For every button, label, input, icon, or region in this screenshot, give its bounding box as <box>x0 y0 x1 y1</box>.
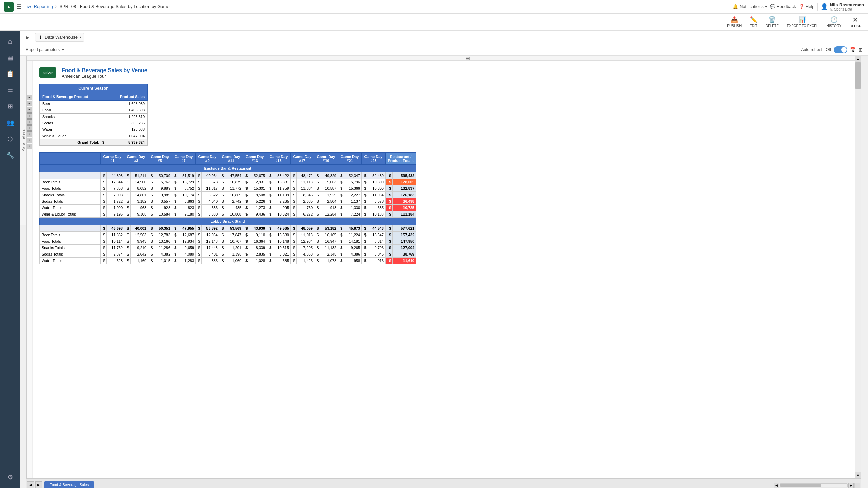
summary-table: Current Season Food & Beverage Product P… <box>39 84 148 146</box>
sidebar-item-modules[interactable]: ⬡ <box>3 131 18 146</box>
grid-view-icon: ⊞ <box>859 47 863 53</box>
sidebar-item-filter[interactable]: ⊞ <box>3 99 18 114</box>
breadcrumb-home[interactable]: Live Reporting <box>24 4 53 9</box>
expand-btn-6[interactable]: + <box>27 125 32 131</box>
params-expand-icon: ▼ <box>61 47 65 52</box>
venue1-total: $44,803 $51,211 $50,709 $51,519 $40,964 … <box>40 172 416 179</box>
notifications-btn[interactable]: 🔔 Notifications ▾ <box>733 4 767 9</box>
help-btn[interactable]: ❓ Help <box>799 4 815 9</box>
datasource-icon: 🗄 <box>38 35 43 40</box>
parameters-vertical-label: Parameters <box>21 129 25 152</box>
table-row: Snacks Totals $11,769 $9,210 $11,286 $9,… <box>40 245 416 251</box>
expand-btn-8[interactable]: + <box>27 138 32 143</box>
table-row: Water Totals $628 $1,160 $1,015 $1,283 $… <box>40 258 416 264</box>
history-icon: 🕐 <box>830 16 838 23</box>
sidebar-item-reports[interactable]: ▦ <box>3 50 18 65</box>
edit-button[interactable]: ✏️ EDIT <box>750 16 757 28</box>
autorefresh-control: Auto-refresh: Off 📅 ⊞ <box>801 46 863 53</box>
user-icon: 👤 <box>821 3 828 11</box>
user-name: Nils Rasmussen <box>830 2 864 7</box>
sidebar-item-users[interactable]: 👥 <box>3 115 18 130</box>
export-icon: 📊 <box>799 16 806 23</box>
user-role: N. Sports Data <box>830 7 864 11</box>
breadcrumb: Live Reporting > SPRT08 - Food & Beverag… <box>24 4 170 9</box>
expand-btn-9[interactable]: + <box>27 144 32 149</box>
summary-row: Food 1,403,398 <box>40 107 148 114</box>
params-expand-btn[interactable]: Report parameters ▼ <box>26 47 65 52</box>
breadcrumb-sep: > <box>55 4 58 9</box>
lobby-total: $46,698 $40,001 $50,351 $47,955 $53,892 … <box>40 225 416 232</box>
delete-icon: 🗑️ <box>768 16 776 23</box>
expand-btn-3[interactable]: + <box>27 107 32 113</box>
sidebar-item-settings[interactable]: ⚙ <box>3 470 18 485</box>
scroll-down-btn[interactable]: ▼ <box>855 472 861 478</box>
summary-row: Sodas 369,236 <box>40 120 148 126</box>
breadcrumb-page: SPRT08 - Food & Beverage Sales by Locati… <box>59 4 169 9</box>
publish-icon: 📤 <box>731 16 738 23</box>
sidebar-item-list[interactable]: 📋 <box>3 66 18 81</box>
scroll-thumb[interactable] <box>855 62 861 89</box>
table-row: Beer Totals $17,844 $14,906 $15,763 $18,… <box>40 179 416 185</box>
table-row: Food Totals $7,858 $8,052 $9,889 $8,752 … <box>40 185 416 192</box>
main-data-table: Game Day#1 Game Day#3 Game Day#5 Game Da… <box>39 152 416 264</box>
expand-btn-5[interactable]: + <box>27 119 32 125</box>
table-row: Sodas Totals $2,874 $2,642 $4,382 $4,089… <box>40 251 416 258</box>
feedback-icon: 💬 <box>770 4 775 9</box>
tab-scroll-right[interactable]: ▶ <box>35 481 42 488</box>
tab-scroll-left[interactable]: ◀ <box>27 481 34 488</box>
bell-icon: 🔔 <box>733 4 738 9</box>
summary-row: Beer 1,698,089 <box>40 101 148 107</box>
table-row: Beer Totals $11,862 $12,563 $12,783 $12,… <box>40 232 416 238</box>
params-label: Report parameters <box>26 47 60 52</box>
history-button[interactable]: 🕐 HISTORY <box>826 16 841 28</box>
hscroll-left[interactable]: ◀ <box>774 483 779 488</box>
help-icon: ❓ <box>799 4 804 9</box>
feedback-btn[interactable]: 💬 Feedback <box>770 4 796 9</box>
table-row: Water Totals $1,090 $963 $928 $823 $533 … <box>40 205 416 211</box>
expand-btn-2[interactable]: + <box>27 101 32 106</box>
calendar-icon: 📅 <box>850 47 856 53</box>
sidebar-item-home[interactable]: ⌂ <box>3 34 18 49</box>
sidebar-item-tools[interactable]: 🔧 <box>3 148 18 163</box>
report-subtitle: American League Tour <box>62 74 147 79</box>
close-icon: ✕ <box>852 16 858 24</box>
solver-logo: solver <box>39 67 56 78</box>
sidebar-toggle[interactable]: ▶ <box>26 35 29 40</box>
close-button[interactable]: ✕ CLOSE <box>850 16 861 28</box>
venue-header-1: Eastside Bar & Restaurant <box>40 165 416 172</box>
autorefresh-toggle[interactable] <box>834 46 847 53</box>
delete-button[interactable]: 🗑️ DELETE <box>766 16 779 28</box>
datasource-selector[interactable]: 🗄 Data Warehouse ▾ <box>35 33 84 42</box>
hamburger-icon[interactable]: ☰ <box>16 3 22 11</box>
summary-row: Snacks 1,295,510 <box>40 114 148 120</box>
report-area: solver Food & Beverage Sales by Venue Am… <box>33 61 439 478</box>
tab-food-bev-sales[interactable]: Food & Beverage Sales <box>44 481 94 488</box>
table-row: Food Totals $10,114 $9,943 $13,166 $12,9… <box>40 238 416 245</box>
export-button[interactable]: 📊 EXPORT TO EXCEL <box>787 16 818 28</box>
table-row: Wine & Liquor Totals $9,196 $9,308 $10,5… <box>40 211 416 218</box>
app-logo: ▲ <box>4 2 14 12</box>
table-row: Sodas Totals $1,722 $3,182 $3,557 $3,863… <box>40 198 416 205</box>
datasource-expand-icon: ▾ <box>80 35 81 39</box>
scroll-track <box>855 62 861 472</box>
datasource-name: Data Warehouse <box>45 35 78 40</box>
scroll-up-btn[interactable]: ▲ <box>855 56 861 62</box>
user-profile[interactable]: 👤 Nils Rasmussen N. Sports Data <box>821 2 864 11</box>
summary-row: Water 126,088 <box>40 126 148 133</box>
publish-button[interactable]: 📤 PUBLISH <box>727 16 742 28</box>
resize-corner <box>854 483 860 488</box>
venue-header-2: Lobby Snack Stand <box>40 218 416 225</box>
expand-btn-4[interactable]: + <box>27 113 32 119</box>
edit-icon: ✏️ <box>750 16 757 23</box>
table-row: Snacks Totals $7,093 $14,801 $9,989 $10,… <box>40 192 416 198</box>
sidebar-item-menu[interactable]: ☰ <box>3 83 18 98</box>
expand-btn-1[interactable]: + <box>27 95 32 100</box>
report-title: Food & Beverage Sales by Venue <box>62 67 147 74</box>
grand-total-row: Grand Total: $ 5,939,324 <box>40 139 148 146</box>
expand-btn-7[interactable]: + <box>27 131 32 137</box>
summary-row: Wine & Liquor 1,047,004 <box>40 133 148 139</box>
hscroll-right[interactable]: ▶ <box>848 483 854 488</box>
